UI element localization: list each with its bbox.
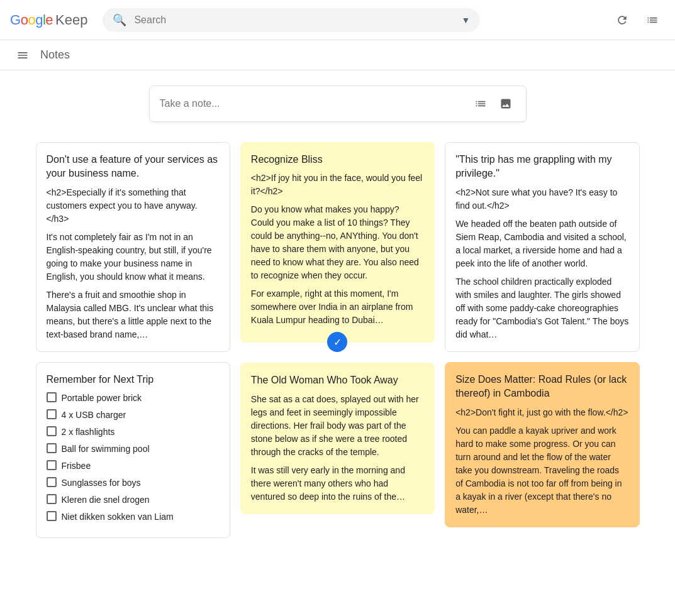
new-note-field[interactable] (160, 98, 471, 109)
search-icon: 🔍 (113, 13, 126, 27)
note-title: "This trip has me grappling with my priv… (455, 153, 628, 181)
note-title: Remember for Next Trip (47, 373, 220, 387)
note-body: She sat as a cat does, splayed out with … (251, 393, 424, 503)
logo-google-text: Google (10, 12, 53, 28)
checklist-item: Frisbee (47, 459, 220, 473)
checkbox[interactable] (47, 460, 57, 470)
checklist-label: Frisbee (62, 459, 91, 473)
note-title: Don't use a feature of your services as … (47, 153, 220, 181)
note-body: <h2>Especially if it's something that cu… (47, 186, 220, 341)
checklist-item: Niet dikken sokken van Liam (47, 510, 220, 524)
checklist-item: Ball for swimming pool (47, 443, 220, 456)
note-road-rules[interactable]: Size Does Matter: Road Rules (or lack th… (445, 362, 639, 527)
note-title: Size Does Matter: Road Rules (or lack th… (455, 373, 628, 401)
checklist-item: 2 x flashlights (47, 426, 220, 439)
logo[interactable]: Google Keep (10, 12, 87, 28)
notes-column-3: "This trip has me grappling with my priv… (445, 142, 639, 527)
note-body: <h2>Not sure what you have? It's easy to… (455, 186, 628, 341)
note-old-woman[interactable]: The Old Woman Who Took Away She sat as a… (240, 363, 435, 514)
checklist-label: Kleren die snel drogen (62, 493, 150, 507)
checkbox[interactable] (47, 511, 57, 521)
checkbox[interactable] (47, 392, 57, 402)
checklist-item: Sunglasses for boys (47, 476, 220, 490)
checklist-label: 4 x USB charger (62, 409, 126, 422)
note-body: Portable power brick 4 x USB charger 2 x… (47, 392, 220, 524)
checklist-label: Portable power brick (62, 392, 142, 405)
notes-column-1: Don't use a feature of your services as … (36, 142, 230, 538)
checklist-label: Sunglasses for boys (62, 476, 141, 490)
new-note-action-buttons (471, 94, 516, 114)
header-actions (610, 8, 665, 33)
note-privilege[interactable]: "This trip has me grappling with my priv… (445, 142, 639, 352)
check-badge[interactable]: ✓ (327, 332, 347, 352)
new-note-input-area[interactable] (149, 85, 527, 122)
refresh-button[interactable] (610, 8, 635, 33)
toolbar-title: Notes (40, 48, 70, 62)
note-body: <h2>If joy hit you in the face, would yo… (251, 172, 424, 327)
search-bar: 🔍 ▼ (103, 8, 480, 32)
logo-keep-text: Keep (55, 12, 87, 28)
checkbox[interactable] (47, 426, 57, 436)
main-content: Don't use a feature of your services as … (0, 70, 675, 553)
note-bliss[interactable]: Recognize Bliss <h2>If joy hit you in th… (240, 142, 435, 343)
toolbar: Notes (0, 40, 675, 70)
new-image-button[interactable] (496, 94, 516, 114)
checkbox[interactable] (47, 494, 57, 504)
search-dropdown-icon[interactable]: ▼ (462, 15, 471, 25)
note-body: <h2>Don't fight it, just go with the flo… (455, 406, 628, 517)
checkbox[interactable] (47, 409, 57, 419)
checkbox[interactable] (47, 477, 57, 487)
checklist-item: Portable power brick (47, 392, 220, 405)
new-list-button[interactable] (471, 94, 491, 114)
checklist-label: 2 x flashlights (62, 426, 115, 439)
checklist-label: Niet dikken sokken van Liam (62, 510, 174, 524)
view-toggle-button[interactable] (640, 8, 665, 33)
search-input[interactable] (134, 14, 454, 26)
checklist-item: 4 x USB charger (47, 409, 220, 422)
menu-button[interactable] (10, 43, 35, 68)
app-header: Google Keep 🔍 ▼ (0, 0, 675, 40)
note-business[interactable]: Don't use a feature of your services as … (36, 142, 230, 352)
checklist-label: Ball for swimming pool (62, 443, 150, 456)
note-title: Recognize Bliss (251, 153, 424, 167)
note-title: The Old Woman Who Took Away (251, 373, 424, 387)
checkbox[interactable] (47, 443, 57, 453)
checklist-item: Kleren die snel drogen (47, 493, 220, 507)
notes-column-2: Recognize Bliss <h2>If joy hit you in th… (240, 142, 435, 514)
note-trip[interactable]: Remember for Next Trip Portable power br… (36, 362, 230, 538)
notes-grid: Don't use a feature of your services as … (36, 142, 640, 538)
